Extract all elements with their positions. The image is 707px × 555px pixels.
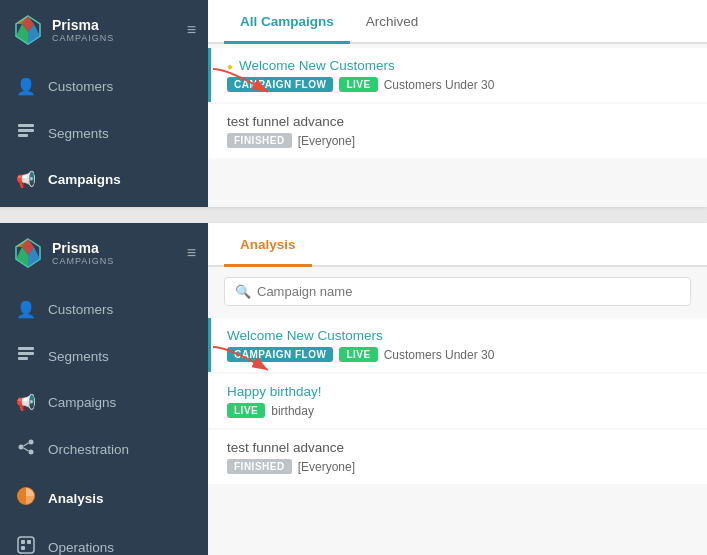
top-main-content: All Campaigns Archived Welcome New Custo… xyxy=(208,0,707,207)
top-badge-row-2: FINISHED [Everyone] xyxy=(227,133,691,148)
bottom-logo-text: Prisma CAMPAIGNS xyxy=(52,240,114,267)
bottom-badge-row-1: CAMPAIGN FLOW LIVE Customers Under 30 xyxy=(227,347,691,362)
bottom-operations-label: Operations xyxy=(48,540,114,555)
bottom-orchestration-icon xyxy=(16,438,36,460)
top-campaigns-label: Campaigns xyxy=(48,172,121,187)
svg-rect-6 xyxy=(18,129,34,132)
bottom-nav-campaigns[interactable]: 📢 Campaigns xyxy=(0,380,208,425)
bottom-nav-customers[interactable]: 👤 Customers xyxy=(0,287,208,332)
top-audience-1: Customers Under 30 xyxy=(384,78,495,92)
bottom-nav-analysis[interactable]: Analysis xyxy=(0,473,208,523)
bottom-nav-orchestration[interactable]: Orchestration xyxy=(0,425,208,473)
bottom-analysis-icon xyxy=(16,486,36,510)
bottom-search-bar: 🔍 xyxy=(208,267,707,316)
bottom-badge-finished-1: FINISHED xyxy=(227,459,292,474)
bottom-hamburger-icon[interactable]: ≡ xyxy=(187,244,196,262)
bottom-badge-campaign-flow-1: CAMPAIGN FLOW xyxy=(227,347,333,362)
bottom-campaigns-icon: 📢 xyxy=(16,393,36,412)
top-logo: Prisma CAMPAIGNS xyxy=(12,14,114,46)
bottom-badge-live-2: LIVE xyxy=(227,403,265,418)
bottom-campaign-item-3[interactable]: test funnel advance FINISHED [Everyone] xyxy=(208,430,707,484)
top-hamburger-icon[interactable]: ≡ xyxy=(187,21,196,39)
top-audience-2: [Everyone] xyxy=(298,134,355,148)
svg-rect-7 xyxy=(18,134,28,137)
top-customers-label: Customers xyxy=(48,79,113,94)
tab-all-campaigns[interactable]: All Campaigns xyxy=(224,0,350,44)
top-sidebar: Prisma CAMPAIGNS ≡ 👤 Customers Segments xyxy=(0,0,208,207)
svg-point-19 xyxy=(29,450,34,455)
svg-rect-14 xyxy=(18,347,34,350)
bottom-campaign-item-2[interactable]: Happy birthday! LIVE birthday xyxy=(208,374,707,428)
top-badge-live-1: LIVE xyxy=(339,77,377,92)
tab-archived[interactable]: Archived xyxy=(350,0,435,44)
svg-line-20 xyxy=(24,443,29,446)
top-logo-text: Prisma CAMPAIGNS xyxy=(52,17,114,44)
top-logo-icon xyxy=(12,14,44,46)
bottom-campaign-name-1: Welcome New Customers xyxy=(227,328,691,343)
svg-rect-16 xyxy=(18,357,28,360)
top-nav-customers[interactable]: 👤 Customers xyxy=(0,64,208,109)
bottom-badge-row-2: LIVE birthday xyxy=(227,403,691,418)
top-nav: 👤 Customers Segments 📢 Campaigns xyxy=(0,60,208,202)
top-nav-campaigns[interactable]: 📢 Campaigns xyxy=(0,157,208,202)
bottom-campaign-name-3: test funnel advance xyxy=(227,440,691,455)
top-campaign-name-2: test funnel advance xyxy=(227,114,691,129)
bottom-tabs-bar: Analysis xyxy=(208,223,707,267)
bottom-orchestration-label: Orchestration xyxy=(48,442,129,457)
search-input[interactable] xyxy=(257,284,680,299)
bottom-sidebar: Prisma CAMPAIGNS ≡ 👤 Customers Segments xyxy=(0,223,208,555)
top-badge-campaign-flow-1: CAMPAIGN FLOW xyxy=(227,77,333,92)
bottom-segments-label: Segments xyxy=(48,349,109,364)
bottom-badge-live-1: LIVE xyxy=(339,347,377,362)
top-badge-row-1: CAMPAIGN FLOW LIVE Customers Under 30 xyxy=(227,77,691,92)
bottom-main-content: Analysis 🔍 xyxy=(208,223,707,555)
top-logo-title: Prisma xyxy=(52,17,114,34)
top-customers-icon: 👤 xyxy=(16,77,36,96)
bottom-nav: 👤 Customers Segments 📢 Campaigns xyxy=(0,283,208,555)
top-segments-label: Segments xyxy=(48,126,109,141)
bottom-nav-operations[interactable]: Operations xyxy=(0,523,208,555)
bottom-badge-row-3: FINISHED [Everyone] xyxy=(227,459,691,474)
top-logo-sub: CAMPAIGNS xyxy=(52,33,114,43)
tab-analysis[interactable]: Analysis xyxy=(224,223,312,267)
search-input-wrapper[interactable]: 🔍 xyxy=(224,277,691,306)
top-sidebar-header: Prisma CAMPAIGNS ≡ xyxy=(0,0,208,60)
bottom-operations-icon xyxy=(16,536,36,555)
bottom-segments-icon xyxy=(16,345,36,367)
svg-rect-24 xyxy=(21,540,25,544)
svg-rect-15 xyxy=(18,352,34,355)
top-segments-icon xyxy=(16,122,36,144)
bottom-logo-title: Prisma xyxy=(52,240,114,257)
bottom-audience-3: [Everyone] xyxy=(298,460,355,474)
top-nav-segments[interactable]: Segments xyxy=(0,109,208,157)
search-icon: 🔍 xyxy=(235,284,251,299)
bottom-analysis-label: Analysis xyxy=(48,491,104,506)
bottom-campaigns-label: Campaigns xyxy=(48,395,116,410)
bottom-campaign-item-1[interactable]: Welcome New Customers CAMPAIGN FLOW LIVE… xyxy=(208,318,707,372)
svg-line-21 xyxy=(24,448,29,451)
bottom-logo: Prisma CAMPAIGNS xyxy=(12,237,114,269)
bottom-audience-2: birthday xyxy=(271,404,314,418)
top-campaign-item-1[interactable]: Welcome New Customers CAMPAIGN FLOW LIVE… xyxy=(208,48,707,102)
top-badge-finished-1: FINISHED xyxy=(227,133,292,148)
svg-rect-25 xyxy=(27,540,31,544)
bottom-audience-1: Customers Under 30 xyxy=(384,348,495,362)
top-campaign-item-2[interactable]: test funnel advance FINISHED [Everyone] xyxy=(208,104,707,158)
bottom-customers-icon: 👤 xyxy=(16,300,36,319)
bottom-customers-label: Customers xyxy=(48,302,113,317)
svg-rect-26 xyxy=(21,546,25,550)
bottom-nav-segments[interactable]: Segments xyxy=(0,332,208,380)
bottom-logo-sub: CAMPAIGNS xyxy=(52,256,114,266)
bottom-logo-icon xyxy=(12,237,44,269)
top-campaigns-icon: 📢 xyxy=(16,170,36,189)
svg-point-17 xyxy=(19,445,24,450)
svg-rect-23 xyxy=(18,537,34,553)
bottom-sidebar-header: Prisma CAMPAIGNS ≡ xyxy=(0,223,208,283)
top-campaign-name-1: Welcome New Customers xyxy=(227,58,691,73)
bottom-campaign-name-2: Happy birthday! xyxy=(227,384,691,399)
svg-rect-5 xyxy=(18,124,34,127)
svg-point-18 xyxy=(29,440,34,445)
top-tabs-bar: All Campaigns Archived xyxy=(208,0,707,44)
